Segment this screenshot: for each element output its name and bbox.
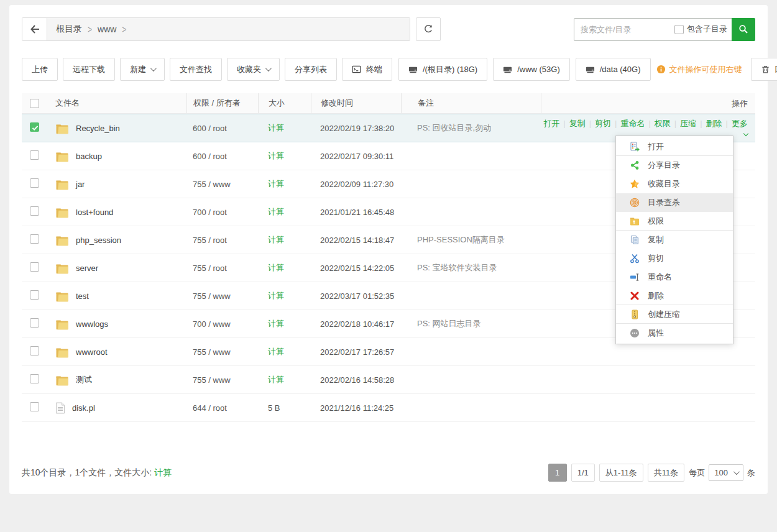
row-checkbox[interactable] bbox=[30, 290, 39, 300]
calc-size-link[interactable]: 计算 bbox=[154, 467, 172, 477]
menu-item-properties[interactable]: 属性 bbox=[616, 324, 733, 342]
refresh-button[interactable] bbox=[416, 17, 441, 41]
row-checkbox[interactable] bbox=[30, 402, 39, 411]
share-list-button[interactable]: 分享列表 bbox=[285, 58, 337, 81]
calc-size-link[interactable]: 计算 bbox=[268, 291, 284, 300]
modified-time: 2022/02/15 14:18:47 bbox=[311, 236, 401, 245]
back-button[interactable] bbox=[22, 18, 47, 40]
menu-item-copy[interactable]: 复制 bbox=[616, 231, 733, 249]
recycle-bin-button[interactable]: 回收站 bbox=[751, 58, 777, 81]
modified-time: 2022/02/09 11:27:30 bbox=[311, 180, 401, 189]
menu-item-cut[interactable]: 剪切 bbox=[616, 249, 733, 268]
breadcrumb-separator: > bbox=[88, 23, 92, 35]
favorites-dropdown-button[interactable]: 收藏夹 bbox=[227, 58, 280, 81]
action-cut[interactable]: 剪切 bbox=[595, 119, 611, 128]
chevron-down-icon bbox=[150, 65, 157, 71]
file-name[interactable]: lost+found bbox=[76, 208, 113, 217]
menu-item-permission[interactable]: 权限 bbox=[616, 212, 733, 231]
table-row[interactable]: disk.pl644 / root5 B2021/12/16 11:24:25 bbox=[22, 394, 755, 422]
total-indicator: 共11条 bbox=[648, 464, 685, 482]
menu-item-share-directory[interactable]: 分享目录 bbox=[616, 156, 733, 175]
breadcrumb-www[interactable]: www bbox=[98, 24, 116, 34]
file-name[interactable]: server bbox=[76, 264, 98, 273]
calc-size-link[interactable]: 计算 bbox=[268, 123, 284, 132]
action-separator: | bbox=[589, 119, 591, 128]
menu-item-label: 收藏目录 bbox=[648, 178, 680, 190]
file-name[interactable]: test bbox=[76, 291, 89, 301]
include-subdir-checkbox[interactable] bbox=[674, 25, 684, 34]
action-copy[interactable]: 复制 bbox=[569, 119, 586, 128]
menu-item-open[interactable]: 打开 bbox=[616, 137, 733, 156]
action-permission[interactable]: 权限 bbox=[655, 119, 671, 128]
calc-size-link[interactable]: 计算 bbox=[268, 319, 284, 328]
remote-download-button[interactable]: 远程下载 bbox=[63, 58, 115, 81]
new-dropdown-button[interactable]: 新建 bbox=[120, 58, 165, 81]
file-name[interactable]: disk.pl bbox=[72, 403, 95, 413]
calc-size-link[interactable]: 计算 bbox=[268, 235, 284, 244]
chevron-down-icon bbox=[743, 131, 748, 135]
terminal-button[interactable]: 终端 bbox=[342, 58, 392, 81]
header-actions: 操作 bbox=[541, 93, 755, 113]
file-name[interactable]: wwwroot bbox=[76, 347, 108, 357]
disk-root-button[interactable]: /(根目录) (18G) bbox=[398, 58, 487, 81]
chevron-down-icon bbox=[733, 469, 740, 475]
action-more[interactable]: 更多 bbox=[732, 119, 748, 139]
calc-size-link[interactable]: 计算 bbox=[268, 179, 284, 188]
permission-folder-icon bbox=[630, 216, 640, 226]
header-name[interactable]: 文件名 bbox=[47, 93, 186, 113]
disk-www-button[interactable]: /www (53G) bbox=[493, 58, 570, 81]
calc-size-link[interactable]: 计算 bbox=[268, 375, 284, 384]
breadcrumb-root[interactable]: 根目录 bbox=[56, 24, 82, 35]
menu-item-create-archive[interactable]: 创建压缩 bbox=[616, 305, 733, 324]
per-page-select[interactable]: 100 bbox=[709, 464, 743, 481]
search-button[interactable] bbox=[732, 18, 755, 41]
file-name[interactable]: jar bbox=[76, 180, 85, 189]
upload-button[interactable]: 上传 bbox=[22, 58, 58, 81]
right-click-hint: 文件操作可使用右键 bbox=[656, 64, 742, 75]
menu-item-favorite-directory[interactable]: 收藏目录 bbox=[616, 175, 733, 193]
file-name[interactable]: Recycle_bin bbox=[76, 124, 120, 133]
action-delete[interactable]: 删除 bbox=[706, 119, 722, 128]
row-checkbox[interactable] bbox=[30, 262, 39, 272]
action-compress[interactable]: 压缩 bbox=[680, 119, 696, 128]
menu-item-rename[interactable]: 重命名 bbox=[616, 268, 733, 287]
file-name[interactable]: 测试 bbox=[76, 374, 92, 385]
file-permission: 700 / root bbox=[186, 208, 258, 217]
calc-size-link[interactable]: 计算 bbox=[268, 263, 284, 272]
row-checkbox[interactable] bbox=[30, 374, 39, 383]
row-checkbox[interactable] bbox=[30, 346, 39, 355]
calc-size-link[interactable]: 计算 bbox=[268, 347, 284, 356]
select-all-checkbox[interactable] bbox=[30, 99, 39, 108]
action-open[interactable]: 打开 bbox=[543, 119, 559, 128]
menu-item-delete[interactable]: 删除 bbox=[616, 287, 733, 305]
header-note[interactable]: 备注 bbox=[401, 93, 541, 113]
folder-icon bbox=[55, 318, 69, 330]
row-checkbox[interactable] bbox=[30, 122, 39, 132]
file-name[interactable]: wwwlogs bbox=[76, 319, 108, 329]
table-row[interactable]: 测试755 / www计算2022/02/16 14:58:28 bbox=[22, 366, 755, 394]
modified-time: 2022/02/15 14:22:05 bbox=[311, 264, 401, 273]
file-permission: 755 / www bbox=[186, 291, 258, 301]
calc-size-link[interactable]: 计算 bbox=[268, 207, 284, 216]
file-permission: 755 / www bbox=[186, 180, 258, 189]
page-number-button[interactable]: 1 bbox=[548, 464, 567, 482]
calc-size-link[interactable]: 计算 bbox=[268, 151, 284, 160]
row-checkbox[interactable] bbox=[30, 178, 39, 188]
header-size[interactable]: 大小 bbox=[258, 93, 311, 113]
row-checkbox[interactable] bbox=[30, 206, 39, 216]
row-checkbox[interactable] bbox=[30, 150, 39, 160]
file-permission: 600 / root bbox=[186, 152, 258, 161]
menu-item-directory-scan[interactable]: 目录查杀 bbox=[616, 193, 733, 212]
header-mtime[interactable]: 修改时间 bbox=[311, 93, 401, 113]
action-rename[interactable]: 重命名 bbox=[620, 119, 645, 128]
header-permission[interactable]: 权限 / 所有者 bbox=[186, 93, 258, 113]
disk-data-button[interactable]: /data (40G) bbox=[576, 58, 651, 81]
file-search-button[interactable]: 文件查找 bbox=[170, 58, 222, 81]
include-subdir-option[interactable]: 包含子目录 bbox=[674, 24, 732, 35]
row-checkbox[interactable] bbox=[30, 234, 39, 244]
row-checkbox[interactable] bbox=[30, 318, 39, 328]
file-name[interactable]: backup bbox=[76, 152, 102, 161]
top-bar: 根目录 > www > 包含子目录 bbox=[22, 17, 755, 41]
file-name[interactable]: php_session bbox=[76, 236, 121, 245]
search-input[interactable] bbox=[574, 25, 674, 34]
